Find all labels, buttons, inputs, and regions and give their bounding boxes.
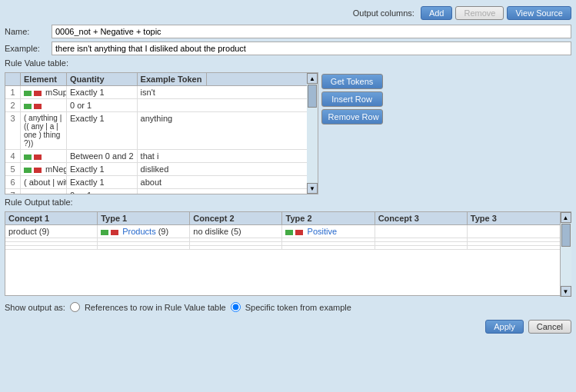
scroll-down-btn[interactable]: ▼ xyxy=(307,183,318,194)
scroll-thumb[interactable] xyxy=(308,85,317,108)
output-scroll-track xyxy=(561,223,571,286)
name-input[interactable] xyxy=(52,25,571,38)
row-element xyxy=(21,189,67,194)
row-quantity: 0 or 1 xyxy=(67,189,138,194)
cell-type2: Positive xyxy=(282,225,375,238)
cell-concept2: no dislike (5) xyxy=(190,225,282,238)
flag-red-icon xyxy=(34,91,42,96)
cell-empty xyxy=(5,238,98,241)
show-output-label: Show output as: xyxy=(5,303,65,312)
name-label: Name: xyxy=(5,27,47,36)
output-scroll-down[interactable]: ▼ xyxy=(561,286,571,297)
table-row[interactable]: 4 Between 0 and 2 that i xyxy=(5,150,307,163)
name-row: Name: xyxy=(5,25,571,38)
row-quantity: Exactly 1 xyxy=(67,176,138,188)
row-element: ( about | with | in ) xyxy=(21,176,67,188)
flag-green-icon xyxy=(24,91,32,96)
table-row[interactable]: 1 mSupportNeg Exactly 1 isn't xyxy=(5,86,307,99)
type2-link[interactable]: Positive xyxy=(308,227,338,236)
row-token xyxy=(138,189,207,194)
th-num xyxy=(5,73,21,85)
view-source-button[interactable]: View Source xyxy=(507,6,571,20)
output-table-wrapper: Concept 1 Type 1 Concept 2 Type 2 Concep… xyxy=(5,211,571,296)
scroll-up-btn[interactable]: ▲ xyxy=(307,73,318,84)
output-table-row[interactable] xyxy=(5,246,560,250)
flag-green-icon xyxy=(24,154,32,160)
add-button[interactable]: Add xyxy=(421,6,453,20)
row-token: that i xyxy=(138,150,207,162)
output-table-inner: Concept 1 Type 1 Concept 2 Type 2 Concep… xyxy=(5,212,560,295)
table-row[interactable]: 2 0 or 1 xyxy=(5,99,307,112)
flag-green-icon xyxy=(24,168,32,173)
cancel-button[interactable]: Cancel xyxy=(528,320,571,334)
remove-row-button[interactable]: Remove Row xyxy=(321,109,383,125)
th-type3: Type 3 xyxy=(468,212,560,224)
row-token: disliked xyxy=(138,163,207,175)
bottom-buttons: Apply Cancel xyxy=(5,318,571,335)
output-table-header: Concept 1 Type 1 Concept 2 Type 2 Concep… xyxy=(5,212,560,225)
flag-red-icon xyxy=(34,104,42,109)
row-token xyxy=(138,99,207,111)
output-scroll-thumb[interactable] xyxy=(561,224,571,247)
rule-value-label: Rule Value table: xyxy=(5,58,571,68)
rv-scrollbar[interactable]: ▲ ▼ xyxy=(307,73,318,194)
th-concept2: Concept 2 xyxy=(190,212,282,224)
output-columns-label: Output columns: xyxy=(353,8,415,18)
flag-red-icon xyxy=(34,154,42,160)
output-table-row[interactable]: product (9) Products (9) no dislike (5) … xyxy=(5,225,560,238)
insert-row-button[interactable]: Insert Row xyxy=(321,91,383,107)
show-output-row: Show output as: References to row in Rul… xyxy=(5,299,571,315)
cell-type1: Products (9) xyxy=(98,225,190,238)
example-input[interactable] xyxy=(52,42,571,55)
row-num: 5 xyxy=(5,163,21,175)
cell-concept3 xyxy=(375,225,468,238)
row-quantity: 0 or 1 xyxy=(67,99,138,111)
output-scrollbar[interactable]: ▲ ▼ xyxy=(560,212,571,297)
apply-button[interactable]: Apply xyxy=(485,320,524,334)
row-element: ( anything |(( any | a | one ) thing ?)) xyxy=(21,112,67,149)
remove-button[interactable]: Remove xyxy=(455,6,504,20)
row-num: 6 xyxy=(5,176,21,188)
rv-table-inner: Element Quantity Example Token 1 mSuppor… xyxy=(5,73,307,194)
row-token: isn't xyxy=(138,86,207,98)
type1-link[interactable]: Products xyxy=(122,227,155,236)
row-num: 7 xyxy=(5,189,21,194)
radio-references-label: References to row in Rule Value table xyxy=(85,303,226,312)
top-bar: Output columns: Add Remove View Source xyxy=(5,5,571,22)
main-container: Output columns: Add Remove View Source N… xyxy=(0,0,576,392)
row-quantity: Exactly 1 xyxy=(67,163,138,175)
row-num: 4 xyxy=(5,150,21,162)
th-token: Example Token xyxy=(138,73,207,85)
rv-table-header: Element Quantity Example Token xyxy=(5,73,307,86)
th-type2: Type 2 xyxy=(282,212,375,224)
side-buttons: Get Tokens Insert Row Remove Row xyxy=(321,72,383,194)
th-type1: Type 1 xyxy=(98,212,190,224)
flag-icon xyxy=(111,230,118,235)
get-tokens-button[interactable]: Get Tokens xyxy=(321,74,383,89)
row-quantity: Between 0 and 2 xyxy=(67,150,138,162)
output-scroll-up[interactable]: ▲ xyxy=(561,212,571,223)
row-num: 3 xyxy=(5,112,21,149)
example-row: Example: xyxy=(5,42,571,55)
row-token: anything xyxy=(138,112,207,149)
scroll-track xyxy=(307,84,318,183)
output-table-body: product (9) Products (9) no dislike (5) … xyxy=(5,225,560,295)
table-row[interactable]: 3 ( anything |(( any | a | one ) thing ?… xyxy=(5,112,307,150)
radio-references[interactable] xyxy=(70,302,80,312)
table-row[interactable]: 5 mNeg Exactly 1 disliked xyxy=(5,163,307,176)
th-concept3: Concept 3 xyxy=(375,212,468,224)
radio-specific-token[interactable] xyxy=(231,302,241,312)
row-num: 1 xyxy=(5,86,21,98)
example-label: Example: xyxy=(5,44,47,53)
th-scroll xyxy=(207,73,218,85)
th-concept1: Concept 1 xyxy=(5,212,98,224)
radio-specific-label: Specific token from example xyxy=(245,303,351,312)
table-row[interactable]: 6 ( about | with | in ) Exactly 1 about xyxy=(5,176,307,189)
flag-icon xyxy=(285,230,293,235)
row-quantity: Exactly 1 xyxy=(67,86,138,98)
flag-green-icon xyxy=(24,104,32,109)
row-element xyxy=(21,150,67,162)
table-row[interactable]: 7 0 or 1 xyxy=(5,189,307,194)
row-element: mNeg xyxy=(21,163,67,175)
rv-table-wrapper: Element Quantity Example Token 1 mSuppor… xyxy=(5,72,318,194)
